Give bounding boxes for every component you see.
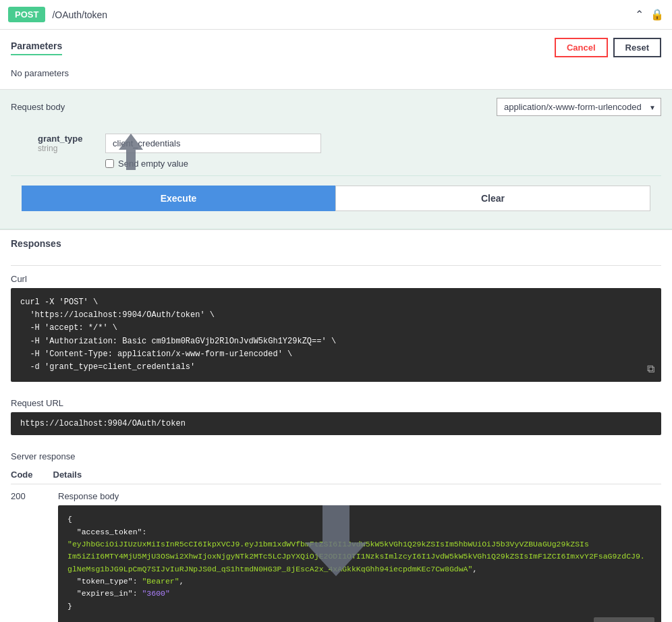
header-left: POST /OAuth/token [8,7,107,22]
method-badge: POST [8,7,45,22]
collapse-icon[interactable]: ⌃ [635,8,644,21]
grant-type-label-block: grant_type string [38,134,92,153]
download-button[interactable]: Download [594,617,654,622]
clear-button[interactable]: Clear [335,186,650,211]
server-response-section: Server response Code Details 200 Respons… [0,451,672,622]
request-body-label: Request body [11,102,65,112]
grant-type-input[interactable] [105,134,321,153]
send-empty-label: Send empty value [118,159,188,169]
response-body-content: { "access_token": "eyJhbGciOiJIUzUxMiIsI… [67,513,652,613]
request-body-header: Request body application/x-www-form-urle… [11,98,661,116]
code-col-header: Code [11,470,33,480]
response-body-label: Response body [58,491,661,501]
execute-section: Execute Clear [11,175,661,221]
cancel-button[interactable]: Cancel [555,38,608,57]
request-url-section: Request URL https://localhost:9904/OAuth… [0,398,672,443]
parameters-title: Parameters [11,40,62,55]
copy-curl-button[interactable]: ⧉ [647,363,654,375]
execute-clear-row: Execute Clear [22,186,650,211]
request-url-value: https://localhost:9904/OAuth/token [20,419,186,428]
action-buttons: Cancel Reset [555,38,661,57]
no-parameters-text: No parameters [11,63,661,81]
curl-block: curl -X 'POST' \ 'https://localhost:9904… [11,288,661,382]
response-code: 200 [11,491,38,501]
reset-button[interactable]: Reset [613,38,661,57]
send-empty-row: Send empty value [105,159,661,169]
response-actions: ⧉ Download [581,617,654,622]
responses-title: Responses [11,238,661,249]
grant-type-name: grant_type [38,134,92,144]
api-header: POST /OAuth/token ⌃ 🔒 [0,0,672,30]
curl-content: curl -X 'POST' \ 'https://localhost:9904… [20,296,652,374]
content-type-select[interactable]: application/x-www-form-urlencoded multip… [497,98,661,116]
server-response-label: Server response [11,451,661,461]
content-type-wrapper[interactable]: application/x-www-form-urlencoded multip… [497,98,661,116]
lock-icon[interactable]: 🔒 [650,8,664,21]
grant-type-type: string [38,144,92,153]
parameters-header: Parameters Cancel Reset [11,38,661,57]
header-icons: ⌃ 🔒 [635,8,664,21]
endpoint-path: /OAuth/token [52,9,107,20]
execute-button[interactable]: Execute [22,186,335,211]
response-details: Response body { "access_token": "eyJhbGc… [58,491,661,622]
curl-label: Curl [11,274,661,284]
request-url-label: Request URL [11,398,661,408]
response-body-block: { "access_token": "eyJhbGciOiJIUzUxMiIsI… [58,505,661,622]
grant-type-row: grant_type string Send empty value [24,127,661,175]
details-col-header: Details [53,470,82,480]
parameters-section: Parameters Cancel Reset No parameters [0,30,672,90]
response-table-header: Code Details [11,465,661,484]
response-row: 200 Response body { "access_token": "eyJ… [11,484,661,622]
request-url-block: https://localhost:9904/OAuth/token [11,412,661,435]
responses-section: Responses [0,229,672,265]
request-body-section: Request body application/x-www-form-urle… [0,90,672,229]
divider-1 [11,265,661,266]
curl-section: Curl curl -X 'POST' \ 'https://localhost… [0,274,672,390]
grant-type-input-block: Send empty value [105,134,661,169]
send-empty-checkbox[interactable] [105,159,114,168]
